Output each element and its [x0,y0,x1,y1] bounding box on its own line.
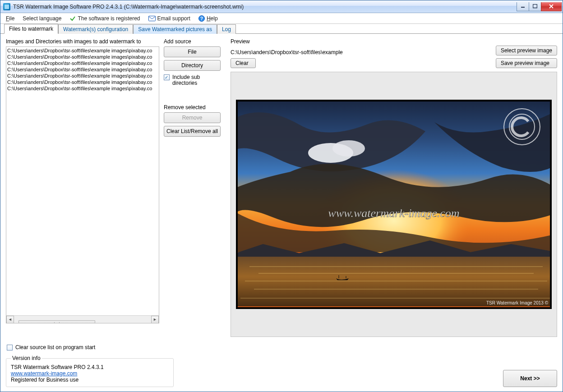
tab-config[interactable]: Watermark(s) configuration [58,24,133,34]
close-button[interactable] [541,2,562,11]
preview-label: Preview [231,38,343,45]
include-subdirs-label: Include sub directories [172,74,226,86]
bottom-row: Version info TSR Watermark Software PRO … [0,355,563,392]
menu-email-support[interactable]: Email support [148,15,190,22]
version-line3: Registered for Business use [11,377,169,383]
version-link[interactable]: www.watermark-image.com [11,370,77,377]
left-pane: Images and Directories with images to ad… [6,38,159,337]
mail-icon [148,16,156,21]
app-window: TSR Watermark Image Software PRO 2.4.3.1… [0,0,563,392]
images-list-label: Images and Directories with images to ad… [6,38,159,45]
titlebar: TSR Watermark Image Software PRO 2.4.3.1… [0,0,563,13]
menu-help[interactable]: ? Help [198,15,218,22]
svg-rect-0 [521,7,525,8]
clear-on-start-label: Clear source list on program start [15,344,95,350]
remove-button[interactable]: Remove [164,112,221,123]
include-subdirs-checkbox[interactable]: ✓ [164,74,170,80]
watermark-text: www.watermark-image.com [328,207,459,220]
scroll-thumb[interactable] [18,320,95,323]
clear-list-button[interactable]: Clear List/Remove all [164,126,221,137]
add-source-label: Add source [164,38,226,45]
list-item[interactable]: C:\Users\anders\Dropbox\tsr-soft\files\e… [7,73,158,79]
next-button[interactable]: Next >> [503,370,557,387]
clear-on-start-checkbox[interactable] [7,345,13,350]
menu-select-language[interactable]: Select language [23,15,61,22]
app-icon [3,3,10,10]
add-file-button[interactable]: File [164,46,221,57]
images-listbox[interactable]: C:\Users\anders\Dropbox\tsr-soft\files\e… [6,46,159,323]
svg-rect-2 [148,16,155,21]
tab-files[interactable]: Files to watermark [4,24,58,34]
tab-log[interactable]: Log [217,24,236,34]
preview-path: C:\Users\anders\Dropbox\tsr-soft\files\e… [231,49,343,55]
preview-pane: Preview C:\Users\anders\Dropbox\tsr-soft… [231,38,557,337]
version-info-group: Version info TSR Watermark Software PRO … [6,355,174,387]
remove-selected-label: Remove selected [164,104,226,111]
check-icon [69,15,76,22]
mid-pane: Add source File Directory ✓ Include sub … [164,38,226,337]
tab-save-as[interactable]: Save Watermarked pictures as [133,24,217,34]
list-hscroll[interactable]: ◄ ► [6,315,159,323]
minimize-button[interactable] [517,2,529,11]
preview-image: www.watermark-image.com TSR Watermark Im… [236,100,552,309]
clear-preview-button[interactable]: Clear [231,58,256,68]
version-line1: TSR Watermark Software PRO 2.4.3.1 [11,364,169,370]
content: Images and Directories with images to ad… [0,34,563,341]
svg-text:?: ? [200,16,203,21]
preview-image-area: www.watermark-image.com TSR Watermark Im… [231,72,557,337]
list-item[interactable]: C:\Users\anders\Dropbox\tsr-soft\files\e… [7,54,158,60]
scroll-right-button[interactable]: ► [151,316,159,323]
list-item[interactable]: C:\Users\anders\Dropbox\tsr-soft\files\e… [7,79,158,85]
version-info-label: Version info [11,355,42,361]
menubar: File Select language The software is reg… [0,13,563,24]
preview-copyright: TSR Watermark Image 2013 © [486,300,549,305]
svg-point-9 [332,140,365,157]
svg-rect-1 [533,5,537,8]
list-item[interactable]: C:\Users\anders\Dropbox\tsr-soft\files\e… [7,47,158,54]
select-preview-button[interactable]: Select preview image [496,46,557,55]
list-item[interactable]: C:\Users\anders\Dropbox\tsr-soft\files\e… [7,85,158,92]
help-icon: ? [198,15,205,22]
maximize-button[interactable] [529,2,541,11]
menu-registered[interactable]: The software is registered [69,15,140,22]
tabbar: Files to watermark Watermark(s) configur… [0,24,563,34]
add-directory-button[interactable]: Directory [164,60,221,71]
scroll-left-button[interactable]: ◄ [6,316,14,323]
save-preview-button[interactable]: Save preview image [496,58,557,68]
list-item[interactable]: C:\Users\anders\Dropbox\tsr-soft\files\e… [7,66,158,73]
svg-rect-10 [238,257,550,306]
list-item[interactable]: C:\Users\anders\Dropbox\tsr-soft\files\e… [7,60,158,66]
menu-file[interactable]: File [6,15,14,22]
window-title: TSR Watermark Image Software PRO 2.4.3.1… [13,4,517,10]
